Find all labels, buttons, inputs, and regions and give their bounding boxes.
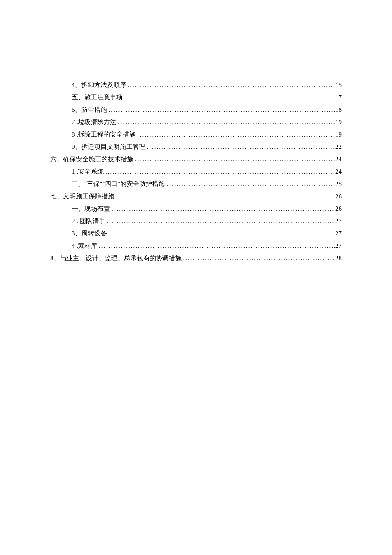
toc-entry: 8、与业主、设计、监理、总承包商的协调措施 28 xyxy=(50,254,342,262)
toc-entry-page: 25 xyxy=(335,180,342,188)
toc-entry-page: 17 xyxy=(335,94,342,101)
toc-dots xyxy=(105,218,335,225)
toc-entry-page: 27 xyxy=(335,242,342,250)
toc-entry: 一、现场布置 26 xyxy=(50,205,342,213)
toc-entry: 8 .拆除工程的安全措施 19 xyxy=(50,131,342,139)
toc-dots xyxy=(133,156,335,163)
toc-entry-page: 15 xyxy=(335,81,342,89)
toc-dots xyxy=(145,143,336,151)
toc-entry-label: 七、文明施工保障措施 xyxy=(50,192,114,200)
toc-entry-label: 1 .安全系统 xyxy=(72,168,104,176)
toc-entry: 六、确保安全施工的技术措施 24 xyxy=(50,155,342,163)
toc-entry-page: 24 xyxy=(335,168,342,175)
toc-entry-page: 26 xyxy=(335,205,342,212)
toc-entry-label: 6、防尘措施 xyxy=(72,106,107,114)
toc-entry: 2 . 团队清手 27 xyxy=(50,217,342,225)
toc-entry: 五、施工注意事项 17 xyxy=(50,93,342,102)
toc-entry: 7 .垃圾清除方法 19 xyxy=(50,118,342,126)
toc-dots xyxy=(107,230,336,237)
toc-entry-label: 9、拆迁项目文明施工管理 xyxy=(72,143,145,151)
toc-entry-label: 2 . 团队清手 xyxy=(72,217,105,225)
toc-entry: 3、周转设备 27 xyxy=(50,230,342,238)
toc-entry-label: 4 .素材库 xyxy=(72,242,97,250)
toc-entry: 9、拆迁项目文明施工管理 22 xyxy=(50,143,342,151)
toc-entry-page: 27 xyxy=(335,230,342,237)
toc-entry: 七、文明施工保障措施 26 xyxy=(50,192,342,200)
toc-dots xyxy=(165,180,336,188)
toc-entry-page: 26 xyxy=(335,193,342,200)
toc-entry-page: 24 xyxy=(335,156,342,163)
toc-entry-label: 二、"三保""四口"的安全防护措施 xyxy=(72,180,165,188)
toc-dots xyxy=(116,119,335,126)
toc-dots xyxy=(126,81,336,89)
toc-entry: 4 .素材库 27 xyxy=(50,242,342,250)
toc-entry: 1 .安全系统 24 xyxy=(50,168,342,176)
toc-entry-label: 8、与业主、设计、监理、总承包商的协调措施 xyxy=(50,254,182,262)
toc-entry-page: 28 xyxy=(335,255,342,262)
toc-entry-label: 8 .拆除工程的安全措施 xyxy=(72,131,135,139)
toc-dots xyxy=(107,106,336,113)
toc-dots xyxy=(123,94,335,101)
toc-dots xyxy=(114,193,335,200)
toc-dots xyxy=(104,168,335,175)
toc-entry-label: 7 .垃圾清除方法 xyxy=(72,118,116,126)
toc-entry-page: 19 xyxy=(335,131,342,138)
toc-entry-page: 18 xyxy=(335,106,342,113)
toc-entry-label: 3、周转设备 xyxy=(72,230,107,238)
toc-entry: 4、拆卸方法及顺序 15 xyxy=(50,81,342,89)
toc-dots xyxy=(97,242,335,250)
toc-entry: 6、防尘措施 18 xyxy=(50,106,342,114)
toc-entry-label: 一、现场布置 xyxy=(72,205,110,213)
toc-entry: 二、"三保""四口"的安全防护措施 25 xyxy=(50,180,342,188)
toc-entry-page: 22 xyxy=(335,143,342,151)
toc-dots xyxy=(182,255,336,262)
toc-entry-label: 五、施工注意事项 xyxy=(72,93,123,102)
table-of-contents: 4、拆卸方法及顺序 15 五、施工注意事项 17 6、防尘措施 18 7 .垃圾… xyxy=(50,81,342,262)
toc-entry-page: 19 xyxy=(335,119,342,126)
toc-dots xyxy=(110,205,335,212)
toc-entry-page: 27 xyxy=(335,218,342,225)
toc-dots xyxy=(135,131,335,138)
toc-entry-label: 六、确保安全施工的技术措施 xyxy=(50,155,133,163)
toc-entry-label: 4、拆卸方法及顺序 xyxy=(72,81,126,89)
